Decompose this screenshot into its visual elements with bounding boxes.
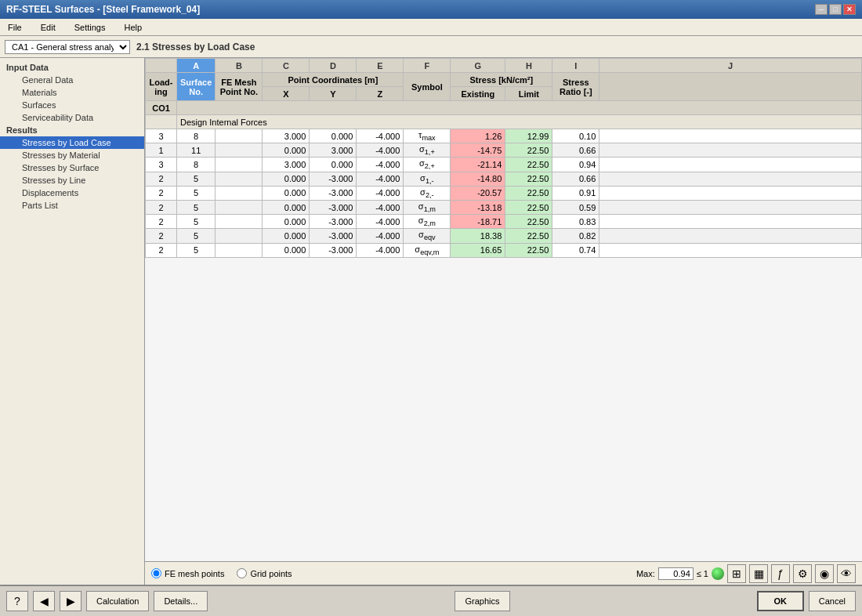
grid-points-group: Grid points: [237, 568, 292, 578]
cell-x: 0.000: [263, 243, 310, 257]
minimize-button[interactable]: ─: [815, 4, 828, 15]
sidebar-item-parts-list[interactable]: Parts List: [0, 199, 144, 212]
cell-surface: 5: [177, 186, 216, 200]
cell-j: [599, 172, 862, 186]
cell-fe-mesh: [216, 215, 263, 229]
main-layout: Input Data General Data Materials Surfac…: [0, 58, 862, 585]
cell-j: [599, 129, 862, 143]
cell-surface: 8: [177, 158, 216, 172]
graphics-button[interactable]: Graphics: [455, 591, 509, 611]
header-point-coord: Point Coordinates [m]: [263, 73, 404, 87]
cell-y: -3.000: [310, 186, 357, 200]
cell-fe-mesh: [216, 158, 263, 172]
cell-ratio: 0.94: [552, 158, 599, 172]
header-fe-mesh: FE MeshPoint No.: [216, 73, 263, 101]
fe-mesh-radio[interactable]: [151, 568, 161, 578]
header-limit: Limit: [505, 87, 552, 101]
sidebar-item-stresses-surface[interactable]: Stresses by Surface: [0, 161, 144, 174]
sidebar-item-surfaces[interactable]: Surfaces: [0, 99, 144, 111]
table-row: 2 5 0.000 -3.000 -4.000 σ2,- -20.57 22.5…: [146, 186, 862, 200]
ok-button[interactable]: OK: [757, 591, 804, 611]
table-icon-btn[interactable]: ⊞: [727, 564, 746, 583]
menu-help[interactable]: Help: [119, 21, 147, 34]
prev-button[interactable]: ◀: [33, 591, 55, 611]
stress-table: A B C D E F G H I J Load-ing Surfac: [145, 58, 862, 258]
header-existing: Existing: [451, 87, 505, 101]
cell-y: -3.000: [310, 229, 357, 243]
cell-limit: 22.50: [505, 186, 552, 200]
case-selector[interactable]: CA1 - General stress analysis of: [5, 40, 130, 54]
cell-z: -4.000: [357, 243, 404, 257]
bar-chart-icon-btn[interactable]: ▦: [749, 564, 768, 583]
help-button[interactable]: ?: [6, 591, 28, 611]
cancel-button[interactable]: Cancel: [809, 591, 856, 611]
cell-x: 0.000: [263, 215, 310, 229]
cell-x: 0.000: [263, 186, 310, 200]
col-header-B: B: [216, 59, 263, 73]
header-loading: Load-ing: [146, 73, 177, 101]
menu-edit[interactable]: Edit: [36, 21, 60, 34]
calculation-button[interactable]: Calculation: [86, 591, 149, 611]
cell-surface: 5: [177, 215, 216, 229]
cell-existing: -18.71: [451, 215, 505, 229]
cell-existing: 1.26: [451, 129, 505, 143]
cell-loading: 2: [146, 243, 177, 257]
sidebar-item-stresses-load-case[interactable]: Stresses by Load Case: [0, 136, 144, 149]
formula-icon-btn[interactable]: ƒ: [771, 564, 790, 583]
close-button[interactable]: ✕: [843, 4, 856, 15]
col-header-D: D: [310, 59, 357, 73]
cell-existing: 16.65: [451, 243, 505, 257]
cell-j: [599, 158, 862, 172]
cell-surface: 5: [177, 243, 216, 257]
cell-x: 0.000: [263, 172, 310, 186]
menu-file[interactable]: File: [3, 21, 27, 34]
col-header-J: J: [599, 59, 862, 73]
cell-symbol: τmax: [404, 129, 451, 143]
sidebar-item-serviceability[interactable]: Serviceability Data: [0, 111, 144, 124]
cell-loading: 3: [146, 129, 177, 143]
cell-fe-mesh: [216, 243, 263, 257]
next-button[interactable]: ▶: [60, 591, 81, 611]
cell-x: 0.000: [263, 200, 310, 214]
cell-z: -4.000: [357, 215, 404, 229]
design-label: [146, 115, 177, 129]
eye-icon-btn[interactable]: 👁: [837, 564, 856, 583]
content-area: A B C D E F G H I J Load-ing Surfac: [145, 58, 862, 585]
sidebar-item-stresses-line[interactable]: Stresses by Line: [0, 174, 144, 187]
cell-fe-mesh: [216, 129, 263, 143]
cell-j: [599, 215, 862, 229]
cell-j: [599, 143, 862, 158]
grid-label: Grid points: [250, 569, 292, 578]
cell-loading: 2: [146, 172, 177, 186]
fe-mesh-label: FE mesh points: [165, 569, 224, 578]
sidebar-item-materials[interactable]: Materials: [0, 86, 144, 99]
sidebar-item-displacements[interactable]: Displacements: [0, 187, 144, 199]
sidebar-item-stresses-material[interactable]: Stresses by Material: [0, 149, 144, 161]
cell-z: -4.000: [357, 200, 404, 214]
display-icon-btn[interactable]: ◉: [815, 564, 834, 583]
max-input[interactable]: [658, 567, 694, 580]
header-stress-group: Stress [kN/cm²]: [451, 73, 552, 87]
cell-symbol: σ1,-: [404, 172, 451, 186]
sidebar-item-general-data[interactable]: General Data: [0, 74, 144, 86]
cell-y: -3.000: [310, 172, 357, 186]
cell-ratio: 0.66: [552, 143, 599, 158]
cell-symbol: σ2,m: [404, 215, 451, 229]
menu-settings[interactable]: Settings: [70, 21, 110, 34]
maximize-button[interactable]: □: [829, 4, 842, 15]
cell-symbol: σeqv: [404, 229, 451, 243]
cell-limit: 12.99: [505, 129, 552, 143]
table-container: A B C D E F G H I J Load-ing Surfac: [145, 58, 862, 561]
status-ball: [712, 567, 724, 580]
grid-radio[interactable]: [237, 568, 247, 578]
co1-spacer: [177, 101, 862, 115]
menu-bar: File Edit Settings Help: [0, 19, 862, 36]
cell-z: -4.000: [357, 172, 404, 186]
cell-j: [599, 229, 862, 243]
title-bar: RF-STEEL Surfaces - [Steel Framework_04]…: [0, 0, 862, 19]
cell-surface: 8: [177, 129, 216, 143]
cell-existing: -13.18: [451, 200, 505, 214]
settings-icon-btn[interactable]: ⚙: [793, 564, 812, 583]
details-button[interactable]: Details...: [154, 591, 208, 611]
table-row: 2 5 0.000 -3.000 -4.000 σ1,- -14.80 22.5…: [146, 172, 862, 186]
